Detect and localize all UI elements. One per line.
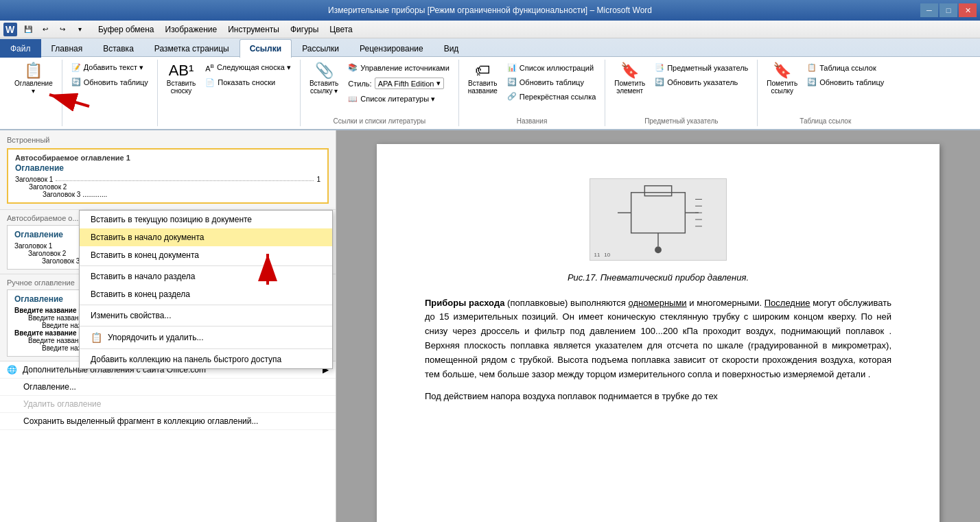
menu-image[interactable]: Изображение — [160, 22, 223, 37]
ctx-props-label: Изменить свойства... — [91, 311, 172, 320]
biblio-label: Список литературы ▾ — [360, 95, 435, 104]
tab-mailings[interactable]: Рассылки — [292, 39, 349, 58]
tab-page-layout[interactable]: Разметка страницы — [144, 39, 240, 58]
apa-style-dropdown[interactable]: APA Fifth Edition ▾ — [375, 78, 445, 89]
update-table-icon: 🔄 — [71, 78, 81, 86]
tab-home[interactable]: Главная — [41, 39, 93, 58]
menu-buffer[interactable]: Буфер обмена — [93, 22, 160, 37]
insert-caption-button[interactable]: 🏷 Вставитьназвание — [465, 61, 501, 97]
ribbon-tabs: Файл Главная Вставка Разметка страницы С… — [0, 38, 980, 56]
ctx-collection-label: Добавить коллекцию на панель быстрого до… — [91, 355, 281, 364]
caption-icon: 🏷 — [475, 63, 490, 78]
figures-list-button[interactable]: 📊 Список иллюстраций — [504, 61, 600, 74]
tab-insert[interactable]: Вставка — [93, 39, 144, 58]
index-col: 📑 Предметный указатель 🔄 Обновить указат… — [651, 61, 751, 98]
update-cap-label: Обновить таблицу — [520, 78, 584, 86]
authorities-group-label: Таблица ссылок — [758, 117, 893, 125]
minimize-button[interactable]: ─ — [920, 3, 938, 17]
ctx-current-label: Вставить в текущую позицию в документе — [91, 215, 252, 224]
customize-qa-button[interactable]: ▾ — [72, 22, 87, 37]
ctx-sep1 — [80, 265, 332, 266]
index-button[interactable]: 📑 Предметный указатель — [651, 61, 751, 74]
next-footnote-button[interactable]: AB Следующая сноска ▾ — [202, 61, 294, 75]
context-insert-beginning[interactable]: Вставить в начало документа — [80, 228, 332, 246]
next-fn-label: Следующая сноска ▾ — [217, 63, 291, 72]
cross-ref-label: Перекрёстная ссылка — [520, 93, 596, 101]
tab-file[interactable]: Файл — [0, 39, 41, 58]
ribbon-group-captions: 🏷 Вставитьназвание 📊 Список иллюстраций … — [459, 60, 606, 126]
context-insert-end[interactable]: Вставить в конец документа — [80, 246, 332, 264]
organize-icon: 📋 — [91, 332, 102, 343]
tab-review[interactable]: Рецензирование — [349, 39, 434, 58]
menu-colors[interactable]: Цвета — [324, 22, 358, 37]
table-citations-button[interactable]: 📋 Таблица ссылок — [804, 61, 887, 74]
document-para2: Под действием напора воздуха поплавок по… — [425, 390, 891, 404]
redo-qa-button[interactable]: ↪ — [55, 22, 70, 37]
insert-citation-button[interactable]: 📎 Вставитьссылку ▾ — [306, 61, 342, 97]
menu-tools[interactable]: Инструменты — [222, 22, 285, 37]
index-group-label: Предметный указатель — [605, 117, 757, 125]
ctx-sep2 — [80, 305, 332, 305]
toc-button[interactable]: 📋 Оглавление▾ — [11, 61, 56, 97]
ribbon: Файл Главная Вставка Разметка страницы С… — [0, 38, 980, 130]
mark-citation-button[interactable]: 🔖 Пометитьссылку — [763, 61, 801, 97]
cross-reference-button[interactable]: 🔗 Перекрёстная ссылка — [504, 90, 600, 103]
show-fn-label: Показать сноски — [218, 78, 275, 86]
toc-auto1-title: Автособираемое оглавление 1 — [15, 154, 320, 162]
addtext-col: 📝 Добавить текст ▾ 🔄 Обновить таблицу — [68, 61, 152, 98]
footnote-group-content: AB¹ Вставитьсноску AB Следующая сноска ▾… — [163, 61, 294, 125]
toc-label: Оглавление▾ — [14, 80, 53, 95]
insert-footnote-button[interactable]: AB¹ Вставитьсноску — [163, 61, 199, 97]
context-organize[interactable]: 📋 Упорядочить и удалить... — [80, 328, 332, 347]
toc-save-collection[interactable]: Сохранить выделенный фрагмент в коллекци… — [0, 413, 336, 430]
figure-image: 11 10 — [590, 178, 727, 265]
mark-entry-button[interactable]: 🔖 Пометитьэлемент — [611, 61, 649, 97]
svg-point-5 — [655, 246, 662, 253]
menu-figures[interactable]: Фигуры — [285, 22, 324, 37]
context-menu-container: Вставить в текущую позицию в документе В… — [0, 210, 336, 274]
update-captions-button[interactable]: 🔄 Обновить таблицу — [504, 75, 600, 88]
svg-text:10: 10 — [604, 252, 610, 258]
captions-col: 📊 Список иллюстраций 🔄 Обновить таблицу … — [504, 61, 600, 112]
context-change-props[interactable]: Изменить свойства... — [80, 307, 332, 324]
toc-custom[interactable]: Оглавление... — [0, 379, 336, 396]
update-index-button[interactable]: 🔄 Обновить указатель — [651, 75, 751, 88]
tab-references[interactable]: Ссылки — [240, 39, 292, 58]
ribbon-group-footnote: AB¹ Вставитьсноску AB Следующая сноска ▾… — [158, 60, 301, 126]
upd-cite-label: Обновить таблицу — [819, 78, 884, 86]
context-add-collection[interactable]: Добавить коллекцию на панель быстрого до… — [80, 351, 332, 368]
toc-bottom-items: 🌐 Дополнительные оглавления с сайта Offi… — [0, 361, 336, 430]
context-insert-section-start[interactable]: Вставить в начало раздела — [80, 268, 332, 285]
manage-sources-button[interactable]: 📚 Управление источниками — [345, 61, 452, 74]
toc-panel: Встроенный Автособираемое оглавление 1 О… — [0, 130, 336, 522]
ribbon-group-toc: 📋 Оглавление▾ — [5, 60, 62, 126]
apa-style-text: APA Fifth Edition — [378, 80, 434, 88]
cross-ref-icon: 🔗 — [507, 92, 517, 101]
toc-remove: Удалить оглавление — [0, 396, 336, 413]
para1-bold-priory: Приборы расхода — [425, 298, 504, 308]
toc-auto1-preview[interactable]: Автособираемое оглавление 1 Оглавление З… — [7, 148, 329, 204]
mark-citation-label: Пометитьссылку — [767, 80, 797, 95]
undo-qa-button[interactable]: ↩ — [38, 22, 53, 37]
show-footnotes-button[interactable]: 📄 Показать сноски — [202, 76, 294, 89]
add-text-button[interactable]: 📝 Добавить текст ▾ — [68, 61, 152, 74]
figures-label: Список иллюстраций — [520, 64, 594, 72]
toc-builtin-section: Встроенный Автособираемое оглавление 1 О… — [0, 130, 336, 210]
style-dropdown[interactable]: Стиль: APA Fifth Edition ▾ — [345, 75, 452, 91]
maximize-button[interactable]: □ — [940, 3, 957, 17]
tab-view[interactable]: Вид — [434, 39, 469, 58]
save-qa-button[interactable]: 💾 — [21, 22, 36, 37]
svg-rect-3 — [644, 186, 671, 196]
ctx-sep3 — [80, 326, 332, 327]
bibliography-button[interactable]: 📖 Список литературы ▾ — [345, 93, 452, 106]
close-button[interactable]: ✕ — [959, 3, 977, 17]
context-insert-current[interactable]: Вставить в текущую позицию в документе — [80, 211, 332, 228]
context-insert-section-end[interactable]: Вставить в конец раздела — [80, 285, 332, 303]
builtin-label: Встроенный — [7, 136, 329, 144]
title-bar: Измерительные приборы [Режим ограниченно… — [0, 0, 980, 21]
index-label: Предметный указатель — [667, 64, 748, 72]
update-citations-button[interactable]: 🔄 Обновить таблицу — [804, 75, 887, 88]
upd-cite-icon: 🔄 — [807, 78, 817, 86]
insert-citation-label: Вставитьссылку ▾ — [310, 80, 338, 95]
update-table-button[interactable]: 🔄 Обновить таблицу — [68, 75, 152, 88]
